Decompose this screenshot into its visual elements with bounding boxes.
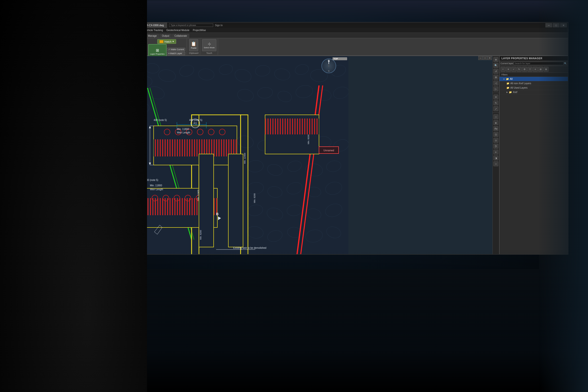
layer-tree-label-nonxref: All non-Xref Layers — [510, 82, 531, 85]
menu-item-projectwise[interactable]: ProjectWise — [191, 28, 207, 32]
svg-text:Min. 6200: Min. 6200 — [199, 230, 202, 240]
tab-collaborate[interactable]: Collaborate — [172, 34, 189, 38]
folder-icon-xref: 📁 — [509, 91, 512, 94]
make-current-icon: ✓ — [168, 48, 170, 51]
svg-text:400 (note 5): 400 (note 5) — [189, 119, 202, 122]
svg-text:Weir Length: Weir Length — [150, 188, 163, 191]
tab-output[interactable]: Output — [160, 34, 172, 38]
compass-container: N S TOP — [321, 58, 336, 76]
cad-sidebar: ⊕ 🔍 ↺ ⊞ ◁ ▷ ✛ ↻ ⤢ □ ◈ Aa ⊡ ⊙ D ≡ ◑ ⊹ — [492, 56, 499, 255]
svg-text:Min. 12400: Min. 12400 — [197, 190, 199, 200]
compass-south-label: S — [328, 70, 330, 72]
lp-filter-btn[interactable]: ▽ — [527, 67, 532, 72]
layer-tree-label-all: All — [510, 78, 512, 80]
paste-button[interactable]: 📋 Paste — [189, 39, 198, 51]
current-layer-label: Current layer — [500, 62, 513, 65]
svg-text:B: B — [216, 212, 219, 216]
viewport-minimize-btn[interactable]: ─ — [478, 56, 483, 60]
svg-text:Min. 6200: Min. 6200 — [253, 193, 256, 203]
sidebar-osnap-icon[interactable]: ⊙ — [493, 138, 498, 143]
sidebar-rotate2d-icon[interactable]: ↻ — [493, 100, 498, 105]
viewport-close-btn[interactable]: ✕ — [487, 56, 492, 60]
svg-text:400 (note 5): 400 (note 5) — [145, 179, 158, 182]
person-silhouette-right — [539, 0, 588, 392]
lp-settings-btn[interactable]: ⚙ — [522, 67, 527, 72]
viewport-restore-btn[interactable]: □ — [483, 56, 487, 60]
menu-item-geo[interactable]: Geotechnical Module — [165, 28, 191, 32]
svg-text:Weir Length: Weir Length — [177, 131, 190, 134]
sidebar-prev-icon[interactable]: ◁ — [493, 80, 498, 86]
layers-row-1: Hatch ▾ — [157, 39, 176, 44]
group-layers: Hatch ▾ ⊞ Layer Properties ✓ Make Curren… — [147, 39, 187, 55]
svg-text:Min. 12400: Min. 12400 — [244, 153, 246, 164]
top-badge: TOP — [332, 57, 347, 60]
match-layer-icon: ≡ — [168, 52, 170, 54]
lp-current-btn[interactable]: ✓ — [511, 67, 516, 72]
compass-needle — [329, 61, 329, 67]
sidebar-annotation-icon[interactable]: Aa — [493, 126, 498, 131]
sidebar-zoom-icon[interactable]: 🔍 — [493, 63, 498, 68]
ribbon-tabs: Home Insert Annotate Modify View Manage … — [84, 33, 568, 38]
viewport-controls: ─ □ ✕ — [478, 56, 492, 60]
layer-tree-label-xref: Xref — [513, 91, 517, 94]
sidebar-scale2d-icon[interactable]: ⤢ — [493, 106, 498, 111]
silhouette-gradient — [0, 0, 147, 392]
folder-icon-usedlayers: 📁 — [506, 86, 509, 89]
ribbon: Infraworks Help Raster Tools Express Too… — [84, 28, 568, 56]
sidebar-orbit-icon[interactable]: ↺ — [493, 69, 498, 74]
svg-text:Unnamed: Unnamed — [323, 149, 334, 152]
toolbar-content: ⟋ Line ⊡ ○ ⌒ ▭ Dra — [84, 38, 568, 56]
sidebar-model-icon[interactable]: □ — [493, 114, 498, 119]
sidebar-transparency-icon[interactable]: ◑ — [493, 156, 498, 160]
layer-props-icon: ⊞ — [156, 48, 159, 53]
sidebar-extent-icon[interactable]: ⊞ — [493, 75, 498, 80]
hatch-icon — [160, 40, 163, 43]
select-mode-icon: ⊹ — [208, 42, 211, 46]
menu-bar: Infraworks Help Raster Tools Express Too… — [84, 28, 568, 33]
make-current-button[interactable]: ✓ Make Current — [167, 48, 186, 51]
svg-text:Existing weir to be demolished: Existing weir to be demolished — [233, 246, 266, 249]
folder-icon-nonxref: 📁 — [506, 82, 509, 85]
clipboard-label: Clipboard — [189, 52, 198, 54]
monitor-screen: Autodesk AutoCAD Civil 3D 2018 - LFD-ARP… — [83, 22, 568, 255]
group-touch: ⊹ Select Mode Touch — [201, 39, 218, 55]
svg-rect-76 — [265, 118, 319, 134]
svg-text:P2: P2 — [194, 122, 197, 125]
svg-text:Min. 8200: Min. 8200 — [307, 134, 310, 144]
layer-tree-label-usedlayers: All Used Layers — [510, 86, 527, 89]
expand-arrow-xref: ▶ — [506, 91, 508, 93]
sidebar-snap-icon[interactable]: ⊡ — [493, 132, 498, 137]
person-silhouette — [0, 0, 147, 392]
sidebar-next-icon[interactable]: ▷ — [493, 86, 498, 91]
tab-manage[interactable]: Manage — [146, 34, 159, 38]
svg-text:Min. 11800: Min. 11800 — [150, 184, 162, 187]
hatch-dropdown[interactable]: Hatch ▾ — [157, 39, 176, 44]
match-layer-button[interactable]: ≡ Match Layer — [167, 52, 186, 55]
sidebar-pan-icon[interactable]: ⊕ — [493, 57, 498, 62]
lp-refresh-btn[interactable]: ↻ — [517, 67, 522, 72]
group-clipboard: 📋 Paste Clipboard — [187, 39, 200, 55]
svg-text:Min. 11800: Min. 11800 — [177, 128, 189, 130]
select-mode-button[interactable]: ⊹ Select Mode — [202, 39, 216, 51]
folder-icon-all: 📁 — [506, 78, 509, 80]
svg-rect-89 — [228, 154, 243, 247]
compass: N S — [321, 58, 336, 73]
sidebar-lineweight-icon[interactable]: ≡ — [493, 150, 498, 154]
lp-new-btn[interactable]: + — [500, 67, 505, 72]
svg-text:400 (note 5): 400 (note 5) — [154, 119, 167, 122]
paste-icon: 📋 — [191, 41, 196, 46]
hatch-arrow-icon: ▾ — [173, 40, 174, 43]
sidebar-dynamic-icon[interactable]: D — [493, 144, 498, 148]
lp-delete-btn[interactable]: ✕ — [506, 67, 511, 72]
sidebar-move2d-icon[interactable]: ✛ — [493, 94, 498, 100]
sidebar-divider — [493, 93, 499, 93]
touch-label: Touch — [206, 52, 212, 54]
sidebar-selection-icon[interactable]: ⊹ — [493, 161, 498, 166]
lp-tree-btn[interactable]: ≡ — [533, 67, 538, 72]
expand-arrow-all: ▶ — [503, 78, 505, 80]
sidebar-view-icon[interactable]: ◈ — [493, 120, 498, 125]
svg-rect-72 — [154, 139, 237, 156]
